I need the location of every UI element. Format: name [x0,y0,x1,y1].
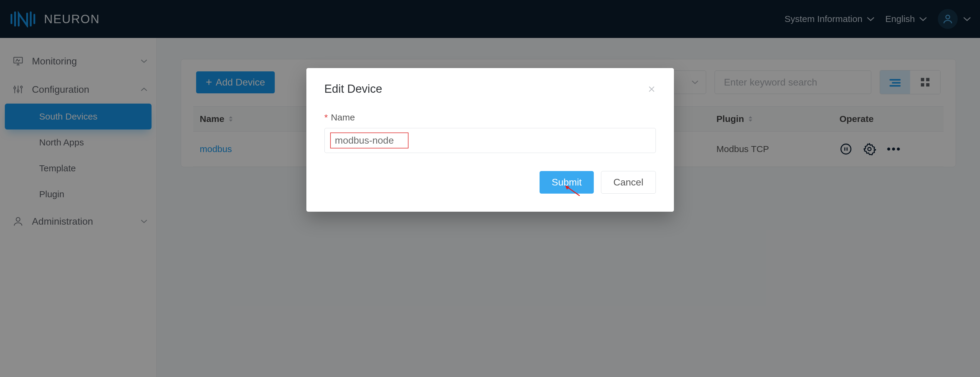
cancel-label: Cancel [613,177,643,188]
cancel-button[interactable]: Cancel [601,171,656,194]
name-input-wrap [325,128,656,153]
modal-body: * Name [306,102,674,156]
name-field-label: * Name [325,112,656,122]
modal-footer: Submit Cancel [306,156,674,212]
name-input[interactable] [330,132,409,148]
required-indicator: * [325,112,328,122]
modal-overlay: Edit Device * Name S [0,0,980,377]
submit-button[interactable]: Submit [539,171,594,194]
modal-title: Edit Device [325,83,382,95]
edit-device-modal: Edit Device * Name S [306,68,674,212]
modal-header: Edit Device [306,68,674,102]
submit-label: Submit [552,177,582,188]
close-button[interactable] [648,85,656,93]
field-label-text: Name [331,112,355,122]
